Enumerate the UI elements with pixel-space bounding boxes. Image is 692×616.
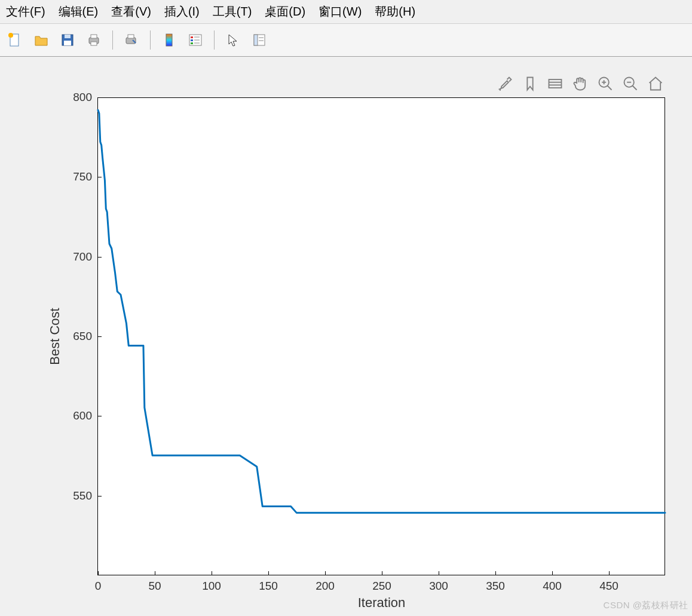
x-tick-mark — [98, 571, 99, 575]
svg-rect-19 — [254, 35, 258, 45]
menubar: 文件(F) 编辑(E) 查看(V) 插入(I) 工具(T) 桌面(D) 窗口(W… — [0, 0, 692, 23]
menu-edit[interactable]: 编辑(E) — [59, 4, 99, 20]
y-tick-mark — [98, 257, 102, 258]
x-tick-mark — [325, 571, 326, 575]
y-tick-mark — [98, 97, 102, 98]
svg-rect-13 — [191, 39, 193, 41]
cursor-button[interactable] — [222, 29, 244, 51]
svg-point-1 — [8, 33, 13, 38]
x-tick-label: 400 — [543, 580, 562, 593]
toolbar-separator — [112, 30, 113, 50]
pan-hand-icon — [572, 75, 589, 92]
menu-insert[interactable]: 插入(I) — [164, 4, 200, 20]
svg-rect-4 — [64, 41, 71, 45]
y-tick-label: 650 — [73, 330, 92, 343]
x-tick-mark — [382, 571, 382, 575]
new-file-button[interactable] — [4, 29, 26, 51]
x-tick-mark — [552, 571, 553, 575]
x-tick-label: 50 — [148, 580, 161, 593]
y-tick-mark — [98, 177, 102, 177]
figure-toolbar — [495, 73, 666, 94]
inspector-icon — [252, 33, 267, 47]
y-tick-label: 600 — [73, 409, 92, 422]
svg-rect-3 — [65, 35, 71, 38]
menu-desktop[interactable]: 桌面(D) — [265, 4, 305, 20]
colormap-button[interactable] — [158, 29, 180, 51]
rotate-button[interactable] — [545, 73, 565, 94]
menu-tools[interactable]: 工具(T) — [213, 4, 252, 20]
x-tick-mark — [439, 571, 439, 575]
chart-axes[interactable]: Best Cost Iteration 55060065070075080005… — [97, 97, 665, 575]
x-axis-label: Iteration — [358, 595, 406, 611]
rotate-icon — [547, 75, 564, 92]
print-icon — [87, 33, 101, 47]
watermark: CSDN @荔枝科研社 — [604, 600, 688, 611]
open-folder-icon — [34, 33, 48, 47]
data-tips-icon — [522, 75, 538, 92]
x-tick-label: 100 — [202, 580, 221, 593]
home-icon — [647, 75, 664, 92]
inspector-button[interactable] — [248, 29, 271, 51]
x-tick-label: 250 — [372, 580, 391, 593]
menu-file[interactable]: 文件(F) — [6, 4, 45, 20]
open-button[interactable] — [30, 29, 53, 51]
y-tick-mark — [98, 496, 102, 497]
svg-rect-12 — [191, 36, 193, 38]
pan-button[interactable] — [570, 73, 590, 94]
svg-rect-6 — [91, 35, 97, 38]
save-button[interactable] — [56, 29, 79, 51]
x-tick-label: 300 — [429, 580, 448, 593]
y-tick-label: 550 — [73, 489, 92, 502]
zoom-in-icon — [597, 75, 614, 92]
x-tick-label: 200 — [316, 580, 335, 593]
line-series — [98, 97, 665, 575]
svg-rect-7 — [91, 42, 97, 45]
y-tick-mark — [98, 336, 102, 337]
svg-rect-14 — [191, 42, 193, 44]
x-tick-label: 150 — [259, 580, 278, 593]
x-tick-mark — [212, 571, 212, 575]
svg-rect-22 — [549, 79, 562, 88]
x-tick-mark — [155, 571, 155, 575]
colormap-icon — [162, 33, 176, 47]
x-tick-mark — [609, 571, 610, 575]
x-tick-label: 0 — [95, 580, 102, 593]
main-toolbar — [0, 23, 692, 57]
zoom-out-icon — [622, 75, 639, 92]
x-tick-mark — [268, 571, 269, 575]
save-icon — [60, 33, 75, 47]
svg-line-30 — [633, 86, 637, 90]
toolbar-separator — [214, 30, 215, 50]
y-axis-label: Best Cost — [47, 308, 63, 364]
svg-line-26 — [608, 86, 612, 90]
print-button[interactable] — [82, 29, 105, 51]
page-setup-icon — [124, 33, 139, 47]
zoom-in-button[interactable] — [595, 73, 616, 94]
y-tick-label: 700 — [73, 250, 92, 263]
menu-view[interactable]: 查看(V) — [111, 4, 151, 20]
datatips-button[interactable] — [520, 73, 540, 94]
y-tick-label: 800 — [73, 91, 92, 104]
toolbar-separator — [150, 30, 151, 50]
brush-icon — [497, 75, 513, 92]
menu-window[interactable]: 窗口(W) — [319, 4, 362, 20]
x-tick-mark — [495, 571, 496, 575]
y-tick-mark — [98, 416, 102, 416]
legend-button[interactable] — [184, 29, 207, 51]
legend-icon — [188, 33, 203, 47]
x-tick-label: 450 — [599, 580, 618, 593]
x-tick-label: 350 — [486, 580, 505, 593]
menu-help[interactable]: 帮助(H) — [375, 4, 415, 20]
svg-rect-10 — [166, 34, 172, 46]
zoom-out-button[interactable] — [620, 73, 641, 94]
home-button[interactable] — [645, 73, 666, 94]
figure-area: Best Cost Iteration 55060065070075080005… — [0, 57, 692, 614]
new-file-icon — [8, 33, 22, 47]
brush-button[interactable] — [495, 73, 515, 94]
cursor-icon — [226, 33, 240, 47]
svg-rect-9 — [128, 35, 134, 38]
y-tick-label: 750 — [73, 170, 92, 183]
page-setup-button[interactable] — [120, 29, 143, 51]
